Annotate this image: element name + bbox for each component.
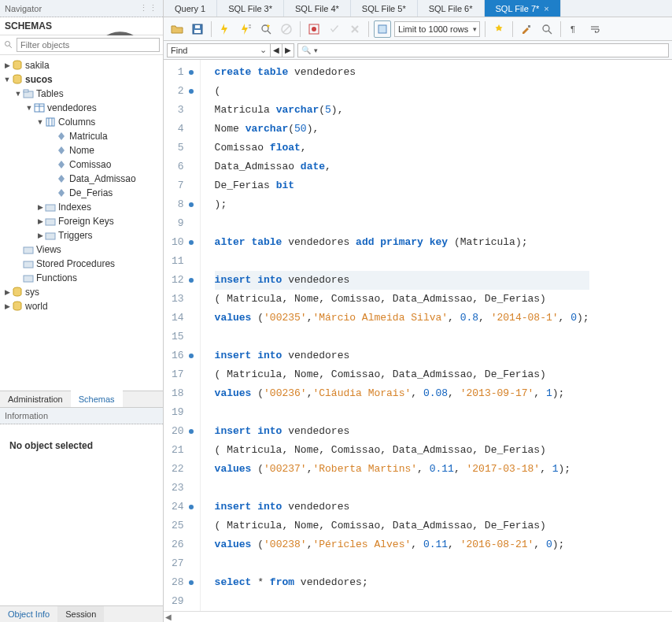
close-icon[interactable]: ×	[544, 4, 548, 13]
tree-functions[interactable]: Functions	[0, 271, 163, 285]
stop-button[interactable]	[278, 20, 295, 38]
tab-administration[interactable]: Administration	[0, 391, 71, 407]
execute-current-button[interactable]	[237, 20, 254, 38]
sql-editor[interactable]: 1234567891011121314151617181920212223242…	[164, 60, 672, 611]
tab-session[interactable]: Session	[57, 606, 104, 622]
editor-tab[interactable]: SQL File 6*	[418, 0, 485, 17]
code-line[interactable]: alter table vendedores add primary key (…	[215, 233, 589, 252]
schema-tree[interactable]: ▶sakila ▼sucos ▼Tables ▼vendedores ▼Colu…	[0, 55, 163, 391]
tree-column[interactable]: Nome	[0, 143, 163, 157]
code-area[interactable]: create table vendedores(Matricula varcha…	[201, 60, 589, 611]
code-line[interactable]: insert into vendedores	[215, 346, 589, 365]
brush-button[interactable]	[518, 20, 535, 38]
code-line[interactable]: values ('00235','Márcio Almeida Silva', …	[215, 309, 589, 328]
tree-stored-procedures[interactable]: Stored Procedures	[0, 257, 163, 271]
code-line[interactable]: Comissao float,	[215, 139, 589, 157]
tree-db-sakila[interactable]: ▶sakila	[0, 58, 163, 72]
toggle-autocommit-button[interactable]	[305, 20, 323, 38]
beautify-button[interactable]	[490, 20, 508, 38]
code-line[interactable]	[215, 328, 589, 346]
tree-column[interactable]: De_Ferias	[0, 186, 163, 200]
line-number: 5	[172, 139, 195, 157]
wrap-button[interactable]	[586, 20, 604, 38]
code-line[interactable]: ( Matricula, Nome, Comissao, Data_Admiss…	[215, 516, 589, 535]
tree-columns[interactable]: ▼Columns	[0, 115, 163, 129]
schemas-header: SCHEMAS	[0, 17, 163, 35]
tab-label: SQL File 7*	[496, 4, 540, 13]
code-line[interactable]: ( Matricula, Nome, Comissao, Data_Admiss…	[215, 290, 589, 309]
find-input[interactable]: ▾	[297, 43, 669, 57]
tree-db-world[interactable]: ▶world	[0, 299, 163, 313]
code-line[interactable]	[215, 403, 589, 422]
toggle-limit-button[interactable]	[374, 20, 391, 38]
editor-tab[interactable]: SQL File 4*	[284, 0, 351, 17]
code-line[interactable]: select * from vendedores;	[215, 573, 589, 592]
code-line[interactable]	[215, 554, 589, 573]
code-line[interactable]: ( Matricula, Nome, Comissao, Data_Admiss…	[215, 365, 589, 384]
tab-schemas[interactable]: Schemas	[71, 391, 123, 407]
save-button[interactable]	[189, 20, 206, 38]
tree-db-sucos[interactable]: ▼sucos	[0, 72, 163, 87]
code-line[interactable]: insert into vendedores	[215, 271, 589, 290]
line-number: 2	[172, 82, 195, 101]
find-next-button[interactable]: ▶	[282, 43, 294, 57]
chevron-down-icon[interactable]: ▾	[314, 46, 318, 54]
code-line[interactable]	[215, 479, 589, 498]
code-line[interactable]: values ('00237','Roberta Martins', 0.11,…	[215, 460, 589, 479]
line-number: 21	[172, 441, 195, 460]
commit-button[interactable]	[326, 20, 343, 38]
tree-tables[interactable]: ▼Tables	[0, 87, 163, 101]
svg-line-28	[283, 26, 290, 32]
code-line[interactable]	[215, 252, 589, 271]
tree-column[interactable]: Matricula	[0, 129, 163, 143]
tree-indexes[interactable]: ▶Indexes	[0, 200, 163, 214]
separator-icon	[211, 21, 212, 37]
tree-column[interactable]: Data_Admissao	[0, 172, 163, 186]
editor-tab[interactable]: Query 1	[164, 0, 217, 17]
refresh-icon[interactable]	[82, 20, 159, 31]
filter-input[interactable]	[17, 38, 160, 52]
tab-object-info[interactable]: Object Info	[0, 606, 57, 622]
panel-grip-icon[interactable]: ⋮⋮	[139, 3, 158, 13]
editor-tab[interactable]: SQL File 5*	[351, 0, 418, 17]
code-line[interactable]: insert into vendedores	[215, 422, 589, 441]
code-line[interactable]: Nome varchar(50),	[215, 120, 589, 139]
horizontal-scroll[interactable]: ◀	[164, 611, 672, 622]
line-number: 15	[172, 328, 195, 346]
code-line[interactable]: Matricula varchar(5),	[215, 101, 589, 120]
code-line[interactable]: ( Matricula, Nome, Comissao, Data_Admiss…	[215, 441, 589, 460]
code-line[interactable]: insert into vendedores	[215, 498, 589, 516]
tree-table-vendedores[interactable]: ▼vendedores	[0, 101, 163, 115]
editor-tab[interactable]: SQL File 7*×	[485, 0, 561, 17]
editor-tab[interactable]: SQL File 3*	[217, 0, 284, 17]
rollback-button[interactable]	[346, 20, 364, 38]
svg-rect-22	[194, 30, 201, 33]
code-line[interactable]: create table vendedores	[215, 63, 589, 82]
code-line[interactable]: De_Ferias bit	[215, 176, 589, 195]
navigator-title: Navigator	[5, 4, 42, 13]
code-line[interactable]: (	[215, 82, 589, 101]
code-line[interactable]: Data_Admissao date,	[215, 157, 589, 176]
tree-db-sys[interactable]: ▶sys	[0, 285, 163, 299]
line-number: 25	[172, 516, 195, 535]
toggle-invisible-button[interactable]: ¶	[566, 20, 583, 38]
open-file-button[interactable]	[168, 20, 186, 38]
explain-button[interactable]	[257, 20, 275, 38]
code-line[interactable]: );	[215, 195, 589, 214]
line-number: 1	[172, 63, 195, 82]
tree-column[interactable]: Comissao	[0, 157, 163, 172]
find-mode-combo[interactable]: Find	[167, 43, 271, 57]
code-line[interactable]	[215, 592, 589, 611]
execute-button[interactable]	[216, 20, 234, 38]
diamond-icon	[55, 173, 68, 184]
limit-rows-combo[interactable]: Limit to 1000 rows	[394, 21, 480, 37]
code-line[interactable]: values ('00236','Cláudia Morais', 0.08, …	[215, 384, 589, 403]
tree-foreign-keys[interactable]: ▶Foreign Keys	[0, 214, 163, 228]
find-prev-button[interactable]: ◀	[270, 43, 282, 57]
find-button[interactable]	[538, 20, 556, 38]
folder-icon	[22, 244, 35, 255]
tree-views[interactable]: Views	[0, 243, 163, 257]
code-line[interactable]: values ('00238','Péricles Alves', 0.11, …	[215, 535, 589, 554]
code-line[interactable]	[215, 214, 589, 233]
tree-triggers[interactable]: ▶Triggers	[0, 228, 163, 243]
